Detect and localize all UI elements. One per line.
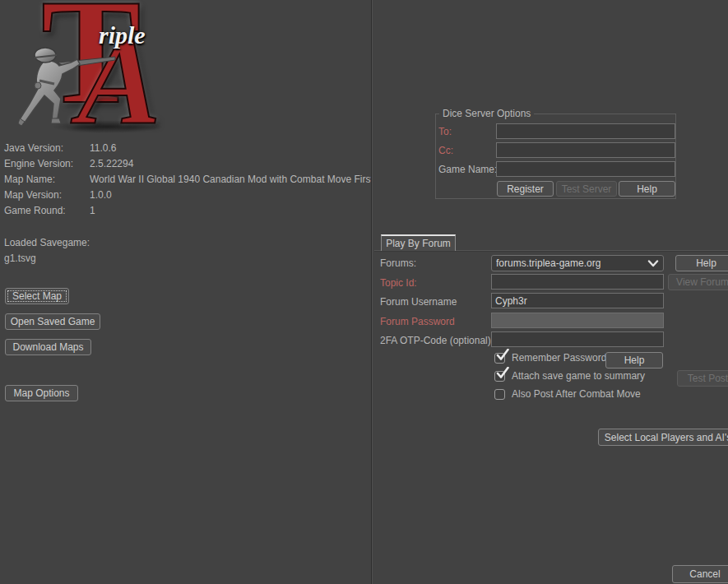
select-map-button[interactable]: Select Map [5, 288, 69, 304]
cancel-button[interactable]: Cancel [672, 565, 728, 583]
checkmark-icon [496, 367, 510, 379]
map-version-label: Map Version: [4, 189, 86, 201]
game-name-input[interactable] [496, 161, 675, 177]
loaded-savegame-label: Loaded Savegame: [4, 237, 90, 248]
map-version-value: 1.0.0 [90, 189, 373, 201]
forums-dropdown-value: forums.triplea-game.org [496, 257, 647, 269]
soldier-icon [18, 44, 117, 127]
post-after-combat-label: Also Post After Combat Move [512, 388, 641, 400]
test-post-button: Test Post [677, 370, 728, 387]
game-name-label: Game Name: [438, 164, 497, 175]
java-version-value: 11.0.6 [90, 142, 373, 154]
forums-label: Forums: [380, 257, 416, 269]
remember-password-checkbox-row: Remember Password [494, 352, 606, 364]
checkmark-icon [496, 349, 510, 361]
forum-password-label: Forum Password [380, 316, 455, 327]
attach-savegame-checkbox-row: Attach save game to summary [494, 370, 645, 382]
dice-server-options-title: Dice Server Options [439, 108, 534, 119]
game-round-value: 1 [90, 205, 373, 216]
map-options-button[interactable]: Map Options [5, 385, 78, 401]
cc-input[interactable] [496, 142, 675, 158]
engine-version-value: 2.5.22294 [90, 158, 373, 169]
forum-password-input[interactable] [491, 313, 664, 328]
select-local-players-button[interactable]: Select Local Players and AI's [598, 429, 728, 446]
to-label: To: [438, 126, 452, 137]
forum-username-input[interactable] [491, 293, 664, 308]
remember-password-checkbox[interactable] [494, 353, 505, 364]
to-input[interactable] [496, 123, 675, 139]
attach-savegame-checkbox[interactable] [494, 371, 505, 382]
loaded-savegame-value: g1.tsvg [4, 253, 36, 264]
otp-code-label: 2FA OTP-Code (optional) [380, 335, 491, 346]
java-version-label: Java Version: [4, 142, 86, 154]
topic-id-input[interactable] [491, 274, 664, 290]
engine-version-label: Engine Version: [4, 158, 86, 169]
download-maps-button[interactable]: Download Maps [5, 339, 91, 355]
cc-label: Cc: [438, 145, 453, 156]
topic-id-label: Topic Id: [380, 277, 417, 289]
post-after-combat-checkbox-row: Also Post After Combat Move [494, 388, 641, 400]
dice-server-help-button[interactable]: Help [619, 181, 675, 197]
test-server-button: Test Server [556, 181, 617, 197]
game-round-label: Game Round: [4, 205, 86, 216]
forum-help-button[interactable]: Help [675, 255, 728, 271]
forum-username-label: Forum Username [380, 296, 457, 308]
triplea-game-setup-window: T A riple Java Versi [0, 0, 728, 584]
otp-code-input[interactable] [491, 331, 664, 347]
view-forum-button: View Forum [668, 274, 728, 290]
tab-pane-border-shadow [374, 251, 728, 252]
post-after-combat-checkbox[interactable] [494, 389, 505, 400]
panel-divider-highlight [372, 0, 373, 584]
remember-password-label: Remember Password [512, 352, 606, 364]
attach-savegame-label: Attach save game to summary [512, 370, 645, 382]
forums-dropdown[interactable]: forums.triplea-game.org [491, 255, 664, 271]
tab-play-by-forum[interactable]: Play By Forum [381, 234, 456, 251]
triplea-logo: T A riple [7, 2, 179, 135]
map-name-label: Map Name: [4, 174, 86, 185]
map-name-value: World War II Global 1940 Canadian Mod wi… [90, 174, 373, 185]
open-saved-game-button[interactable]: Open Saved Game [5, 313, 100, 330]
chevron-down-icon [647, 260, 659, 267]
register-button[interactable]: Register [497, 181, 554, 197]
password-help-button[interactable]: Help [605, 352, 663, 368]
